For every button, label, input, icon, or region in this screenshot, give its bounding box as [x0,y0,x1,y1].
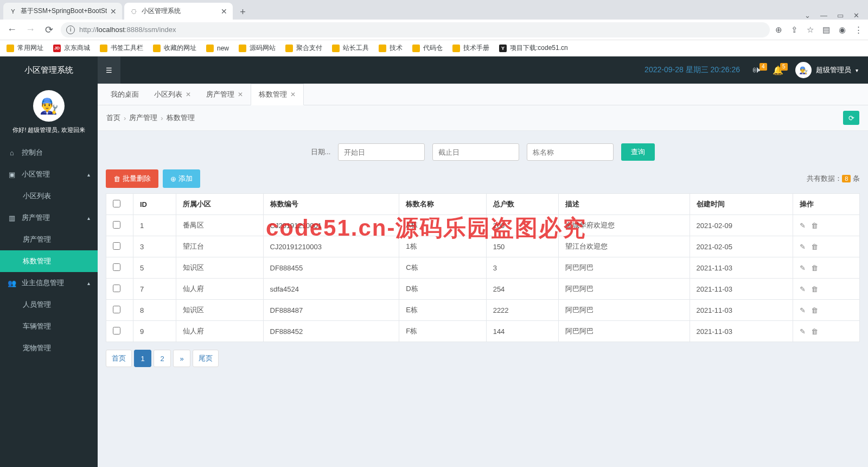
breadcrumb: 首页 › 房产管理 › 栋数管理 ⟳ [98,105,868,131]
back-icon[interactable]: ← [5,24,18,35]
maximize-icon[interactable]: ▭ [837,11,844,20]
menu-community[interactable]: ▣小区管理▴ [0,163,98,185]
page-first[interactable]: 首页 [106,350,132,367]
close-tab-icon[interactable]: ✕ [238,91,243,98]
bookmark-item[interactable]: 代码仓 [412,43,443,53]
bookmark-label: 站长工具 [343,43,369,53]
edit-icon[interactable]: ✎ [800,327,806,336]
page-tab[interactable]: 房产管理✕ [199,84,251,105]
end-date-input[interactable] [432,143,519,161]
edit-icon[interactable]: ✎ [800,306,806,314]
edit-icon[interactable]: ✎ [800,264,806,272]
page-1[interactable]: 1 [134,350,151,367]
edit-icon[interactable]: ✎ [800,222,806,230]
hamburger-icon[interactable]: ☰ [98,56,120,84]
submenu-community-list[interactable]: 小区列表 [0,185,98,207]
cell-community: 番禺区 [176,215,263,236]
sound-icon[interactable]: 🕪4 [752,65,761,75]
submenu-person[interactable]: 人员管理 [0,294,98,315]
row-checkbox[interactable] [113,306,120,313]
bookmark-item[interactable]: 技术 [379,43,403,53]
bookmark-item[interactable]: 书签工具栏 [100,43,143,53]
edit-icon[interactable]: ✎ [800,285,806,293]
row-checkbox[interactable] [113,285,120,292]
bookmark-item[interactable]: Y项目下载:code51.cn [499,43,568,53]
batch-delete-button[interactable]: 🗑批量删除 [106,169,158,188]
new-tab-button[interactable]: + [235,4,250,20]
bookmark-item[interactable]: 常用网址 [7,43,43,53]
close-tab-icon[interactable]: ✕ [186,91,191,98]
refresh-button[interactable]: ⟳ [843,111,859,125]
close-tab-icon[interactable]: ✕ [110,7,117,16]
welcome-text: 你好! 超级管理员, 欢迎回来 [0,126,98,134]
user-menu[interactable]: 👨‍🔧 超级管理员 ▾ [795,62,858,78]
submenu-vehicle[interactable]: 车辆管理 [0,315,98,337]
query-button[interactable]: 查询 [621,143,655,161]
row-checkbox[interactable] [113,242,120,250]
crumb-home[interactable]: 首页 [106,113,120,123]
delete-icon[interactable]: 🗑 [811,327,818,336]
page-tab[interactable]: 小区列表✕ [146,84,199,105]
start-date-input[interactable] [338,143,425,161]
submenu-building-mgmt[interactable]: 栋数管理 [0,250,98,272]
minimize-icon[interactable]: — [820,11,827,20]
bookmark-item[interactable]: 站长工具 [332,43,369,53]
browser-tab[interactable]: Y基于SSM+SpringBoot+BootSt✕ [3,3,122,20]
home-icon: ⌂ [8,149,16,157]
close-window-icon[interactable]: ✕ [853,11,859,20]
menu-console[interactable]: ⌂控制台 [0,142,98,163]
page-last[interactable]: 尾页 [193,350,219,367]
close-tab-icon[interactable]: ✕ [221,7,227,16]
select-all-checkbox[interactable] [113,200,120,207]
profile-icon[interactable]: ◉ [839,25,846,35]
star-icon[interactable]: ☆ [807,25,814,35]
menu-owner[interactable]: 👥业主信息管理▴ [0,272,98,294]
delete-icon[interactable]: 🗑 [811,306,818,314]
bell-icon[interactable]: 🔔5 [773,65,783,75]
cell-community: 仙人府 [176,279,263,300]
row-checkbox[interactable] [113,263,120,271]
submenu-pet[interactable]: 宠物管理 [0,337,98,359]
window-dropdown-icon[interactable]: ⌄ [805,11,810,20]
bookmark-item[interactable]: 源码网站 [239,43,276,53]
submenu-property-mgmt[interactable]: 房产管理 [0,229,98,250]
delete-icon[interactable]: 🗑 [811,264,818,272]
page-next[interactable]: » [173,350,190,367]
cell-created: 2021-11-03 [690,257,793,279]
cell-households: 2222 [486,300,558,321]
cell-created: 2021-11-03 [690,321,793,342]
menu-property[interactable]: ▥房产管理▴ [0,207,98,229]
browser-tab[interactable]: ◌小区管理系统✕ [124,3,233,20]
edit-icon[interactable]: ✎ [800,243,806,251]
bookmark-icon [379,45,386,52]
name-input[interactable] [527,143,614,161]
reload-icon[interactable]: ⟳ [42,24,55,36]
bookmark-item[interactable]: 收藏的网址 [153,43,196,53]
crumb-property[interactable]: 房产管理 [129,113,157,123]
more-icon[interactable]: ⋮ [854,25,863,35]
share-icon[interactable]: ⇪ [791,25,798,35]
bookmark-item[interactable]: 技术手册 [452,43,489,53]
page-tab[interactable]: 栋数管理✕ [251,84,304,105]
forward-icon[interactable]: → [24,24,37,35]
page-tab[interactable]: 我的桌面 [103,84,146,105]
page-2[interactable]: 2 [154,350,171,367]
table-row: 8 知识区 DF888487 E栋 2222 阿巴阿巴 2021-11-03 ✎… [106,300,860,321]
row-checkbox[interactable] [113,327,120,335]
delete-icon[interactable]: 🗑 [811,243,818,251]
bookmark-item[interactable]: new [206,45,229,52]
add-button[interactable]: ⊕添加 [163,169,200,188]
url-input[interactable]: i http://localhost:8888/ssm/index [61,22,770,37]
bookmark-item[interactable]: JD京东商城 [53,43,90,53]
cell-name: D栋 [399,279,486,300]
search-icon[interactable]: ⊕ [775,25,782,35]
table-row: 1 番禺区 CJ20191210001 A栋 200 金城华府欢迎您 2021-… [106,215,860,236]
bookmark-item[interactable]: 聚合支付 [285,43,322,53]
delete-icon[interactable]: 🗑 [811,222,818,230]
delete-icon[interactable]: 🗑 [811,285,818,293]
row-checkbox[interactable] [113,221,120,229]
close-tab-icon[interactable]: ✕ [290,91,296,98]
site-info-icon[interactable]: i [66,26,75,34]
reading-list-icon[interactable]: ▤ [822,25,830,35]
pagination: 首页 1 2 » 尾页 [106,350,860,367]
